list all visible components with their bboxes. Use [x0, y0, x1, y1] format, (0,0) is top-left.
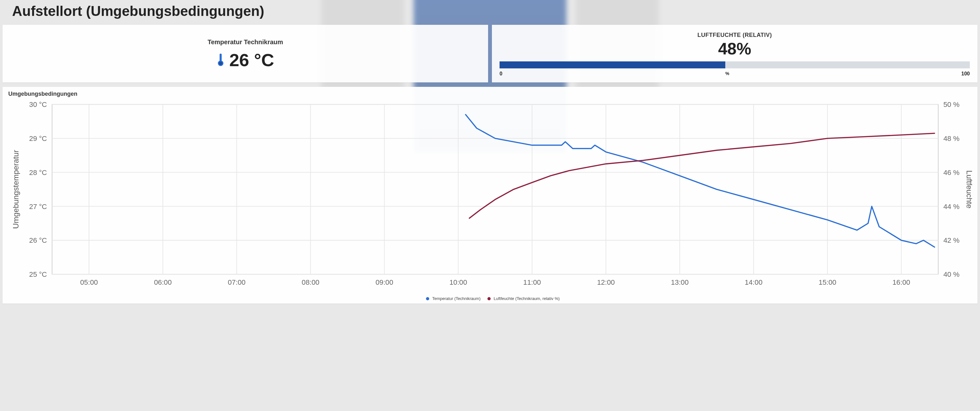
- svg-text:06:00: 06:00: [154, 278, 172, 286]
- svg-text:42 %: 42 %: [943, 236, 959, 244]
- svg-text:40 %: 40 %: [943, 270, 959, 278]
- svg-text:25 °C: 25 °C: [29, 270, 47, 278]
- svg-text:30 °C: 30 °C: [29, 100, 47, 108]
- svg-text:08:00: 08:00: [302, 278, 320, 286]
- humidity-bar: 0 % 100: [500, 61, 970, 77]
- temperature-label: Temperatur Technikraum: [208, 38, 283, 46]
- svg-text:Umgebungstemperatur: Umgebungstemperatur: [11, 150, 20, 229]
- humidity-bar-unit: %: [725, 71, 729, 76]
- temperature-value: 26 °C: [229, 50, 274, 70]
- svg-text:50 %: 50 %: [943, 100, 959, 108]
- svg-text:13:00: 13:00: [671, 278, 689, 286]
- svg-text:10:00: 10:00: [449, 278, 467, 286]
- svg-text:15:00: 15:00: [819, 278, 837, 286]
- svg-text:09:00: 09:00: [375, 278, 393, 286]
- temperature-panel: Temperatur Technikraum 26 °C: [3, 25, 488, 83]
- svg-text:Luftfeuchte: Luftfeuchte: [965, 170, 973, 208]
- svg-text:16:00: 16:00: [892, 278, 910, 286]
- legend-dot-hum: [487, 297, 491, 300]
- environment-chart[interactable]: 05:0006:0007:0008:0009:0010:0011:0012:00…: [7, 99, 973, 292]
- chart-holder[interactable]: 05:0006:0007:0008:0009:0010:0011:0012:00…: [7, 99, 973, 294]
- svg-point-2: [219, 61, 223, 65]
- legend-label-temp: Temperatur (Technikraum): [433, 296, 481, 301]
- humidity-bar-min: 0: [500, 71, 503, 77]
- svg-text:28 °C: 28 °C: [29, 168, 47, 176]
- chart-title: Umgebungsbedingungen: [8, 90, 973, 97]
- svg-text:48 %: 48 %: [943, 135, 959, 143]
- humidity-bar-max: 100: [961, 71, 970, 77]
- thermometer-icon: [216, 53, 225, 67]
- svg-text:07:00: 07:00: [228, 278, 246, 286]
- svg-text:44 %: 44 %: [943, 203, 959, 211]
- svg-text:14:00: 14:00: [745, 278, 762, 286]
- svg-text:27 °C: 27 °C: [29, 203, 47, 211]
- svg-text:46 %: 46 %: [943, 168, 959, 176]
- svg-rect-3: [52, 104, 938, 274]
- svg-text:29 °C: 29 °C: [29, 135, 47, 143]
- svg-text:26 °C: 26 °C: [29, 236, 47, 244]
- humidity-panel: LUFTFEUCHTE (RELATIV) 48% 0 % 100: [492, 25, 977, 83]
- humidity-title: LUFTFEUCHTE (RELATIV): [697, 32, 772, 38]
- legend-label-hum: Luftfeuchte (Technikraum, relativ %): [493, 296, 559, 301]
- page-title: Aufstellort (Umgebungsbedingungen): [12, 3, 977, 19]
- summary-panels: Temperatur Technikraum 26 °C LUFTFEUCHTE…: [3, 25, 977, 83]
- chart-legend: Temperatur (Technikraum) Luftfeuchte (Te…: [7, 294, 973, 302]
- svg-text:05:00: 05:00: [80, 278, 98, 286]
- chart-panel: Umgebungsbedingungen 05:0006:0007:0008:0…: [3, 87, 977, 303]
- humidity-value: 48%: [718, 39, 751, 58]
- legend-dot-temp: [426, 297, 429, 300]
- svg-text:12:00: 12:00: [597, 278, 615, 286]
- svg-text:11:00: 11:00: [523, 278, 541, 286]
- humidity-bar-fill: [500, 61, 725, 68]
